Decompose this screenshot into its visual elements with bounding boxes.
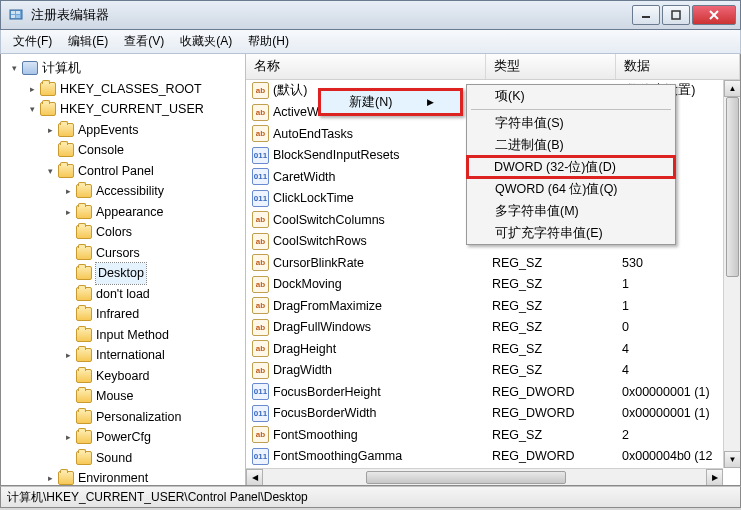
tree-node[interactable]: ▸PowerCfg bbox=[7, 427, 245, 448]
expand-icon[interactable]: ▸ bbox=[63, 206, 74, 217]
cell-type: REG_DWORD bbox=[486, 385, 616, 399]
cell-type: REG_SZ bbox=[486, 320, 616, 334]
value-name: FontSmoothingGamma bbox=[273, 449, 402, 463]
scroll-left-arrow-icon[interactable]: ◀ bbox=[246, 469, 263, 485]
cell-data: 530 bbox=[616, 256, 740, 270]
tree-node[interactable]: Sound bbox=[7, 448, 245, 469]
tree-node[interactable]: ▾HKEY_CURRENT_USER bbox=[7, 99, 245, 120]
cell-type: REG_SZ bbox=[486, 256, 616, 270]
cell-data: 2 bbox=[616, 428, 740, 442]
tree-node[interactable]: Mouse bbox=[7, 386, 245, 407]
column-header-type[interactable]: 类型 bbox=[486, 54, 616, 79]
string-value-icon: ab bbox=[252, 362, 269, 379]
tree-node[interactable]: ▸Environment bbox=[7, 468, 245, 485]
scroll-thumb[interactable] bbox=[366, 471, 566, 484]
tree-node[interactable]: Colors bbox=[7, 222, 245, 243]
list-row[interactable]: abDragWidthREG_SZ4 bbox=[246, 360, 740, 382]
app-icon bbox=[7, 6, 25, 24]
value-name: FocusBorderWidth bbox=[273, 406, 377, 420]
expand-icon[interactable]: ▸ bbox=[63, 432, 74, 443]
context-item-expandstring[interactable]: 可扩充字符串值(E) bbox=[467, 222, 675, 244]
expand-icon[interactable]: ▸ bbox=[63, 186, 74, 197]
tree-node[interactable]: Input Method bbox=[7, 325, 245, 346]
string-value-icon: ab bbox=[252, 319, 269, 336]
list-row[interactable]: abDragFromMaximizeREG_SZ1 bbox=[246, 295, 740, 317]
cell-name: abDragFromMaximize bbox=[246, 297, 486, 314]
tree-node[interactable]: ▸Appearance bbox=[7, 202, 245, 223]
context-item-label: 可扩充字符串值(E) bbox=[495, 225, 603, 242]
expand-icon[interactable]: ▸ bbox=[63, 350, 74, 361]
list-row[interactable]: abFontSmoothingREG_SZ2 bbox=[246, 424, 740, 446]
scroll-up-arrow-icon[interactable]: ▲ bbox=[724, 80, 740, 97]
context-item-multistring[interactable]: 多字符串值(M) bbox=[467, 200, 675, 222]
context-item-qword[interactable]: QWORD (64 位)值(Q) bbox=[467, 178, 675, 200]
string-value-icon: ab bbox=[252, 233, 269, 250]
expand-icon[interactable]: ▸ bbox=[27, 83, 38, 94]
tree-node[interactable]: ▸Accessibility bbox=[7, 181, 245, 202]
collapse-icon[interactable]: ▾ bbox=[9, 63, 20, 74]
tree-node-label: don't load bbox=[96, 284, 150, 305]
context-item-key[interactable]: 项(K) bbox=[467, 85, 675, 107]
value-name: CursorBlinkRate bbox=[273, 256, 364, 270]
tree-node[interactable]: Keyboard bbox=[7, 366, 245, 387]
tree-node[interactable]: Personalization bbox=[7, 407, 245, 428]
computer-icon bbox=[22, 61, 38, 75]
tree-node[interactable]: ▸HKEY_CLASSES_ROOT bbox=[7, 79, 245, 100]
svg-rect-6 bbox=[672, 11, 680, 19]
list-row[interactable]: abDragHeightREG_SZ4 bbox=[246, 338, 740, 360]
minimize-button[interactable] bbox=[632, 5, 660, 25]
value-name: DragHeight bbox=[273, 342, 336, 356]
folder-icon bbox=[58, 471, 74, 485]
tree-node[interactable]: Desktop bbox=[7, 263, 245, 284]
tree-node[interactable]: ▾Control Panel bbox=[7, 161, 245, 182]
column-header-data[interactable]: 数据 bbox=[616, 54, 740, 79]
context-item-string[interactable]: 字符串值(S) bbox=[467, 112, 675, 134]
menu-help[interactable]: 帮助(H) bbox=[240, 31, 297, 52]
menu-edit[interactable]: 编辑(E) bbox=[60, 31, 116, 52]
collapse-icon[interactable]: ▾ bbox=[27, 104, 38, 115]
scroll-thumb[interactable] bbox=[726, 97, 739, 277]
svg-rect-4 bbox=[16, 15, 20, 18]
cell-name: abDragWidth bbox=[246, 362, 486, 379]
list-row[interactable]: abCursorBlinkRateREG_SZ530 bbox=[246, 252, 740, 274]
cell-name: 011CaretWidth bbox=[246, 168, 486, 185]
context-item-dword[interactable]: DWORD (32-位)值(D) bbox=[466, 155, 676, 179]
maximize-button[interactable] bbox=[662, 5, 690, 25]
tree-node[interactable]: don't load bbox=[7, 284, 245, 305]
svg-rect-3 bbox=[11, 15, 15, 18]
tree-node[interactable]: Cursors bbox=[7, 243, 245, 264]
menu-favorites[interactable]: 收藏夹(A) bbox=[172, 31, 240, 52]
close-button[interactable] bbox=[692, 5, 736, 25]
tree-node[interactable]: ▾计算机 bbox=[7, 58, 245, 79]
tree-node-label: Infrared bbox=[96, 304, 139, 325]
list-row[interactable]: abDockMovingREG_SZ1 bbox=[246, 274, 740, 296]
folder-icon bbox=[40, 102, 56, 116]
scroll-right-arrow-icon[interactable]: ▶ bbox=[706, 469, 723, 485]
expand-icon[interactable]: ▸ bbox=[45, 473, 56, 484]
value-name: DragFullWindows bbox=[273, 320, 371, 334]
list-row[interactable]: 011FontSmoothingGammaREG_DWORD0x000004b0… bbox=[246, 446, 740, 468]
tree-node[interactable]: ▸International bbox=[7, 345, 245, 366]
tree-node[interactable]: Infrared bbox=[7, 304, 245, 325]
menu-file[interactable]: 文件(F) bbox=[5, 31, 60, 52]
menu-view[interactable]: 查看(V) bbox=[116, 31, 172, 52]
scroll-down-arrow-icon[interactable]: ▼ bbox=[724, 451, 740, 468]
tree-node[interactable]: ▸AppEvents bbox=[7, 120, 245, 141]
context-item-new[interactable]: 新建(N) ▶ bbox=[321, 91, 460, 113]
list-row[interactable]: 011FocusBorderWidthREG_DWORD0x00000001 (… bbox=[246, 403, 740, 425]
context-item-binary[interactable]: 二进制值(B) bbox=[467, 134, 675, 156]
value-name: DragFromMaximize bbox=[273, 299, 382, 313]
folder-icon bbox=[76, 287, 92, 301]
column-header-name[interactable]: 名称 bbox=[246, 54, 486, 79]
registry-tree[interactable]: ▾计算机▸HKEY_CLASSES_ROOT▾HKEY_CURRENT_USER… bbox=[1, 54, 245, 485]
expand-icon[interactable]: ▸ bbox=[45, 124, 56, 135]
list-row[interactable]: 011FocusBorderHeightREG_DWORD0x00000001 … bbox=[246, 381, 740, 403]
collapse-icon[interactable]: ▾ bbox=[45, 165, 56, 176]
horizontal-scrollbar[interactable]: ◀ ▶ bbox=[246, 468, 723, 485]
tree-node-label: Control Panel bbox=[78, 161, 154, 182]
list-row[interactable]: abDragFullWindowsREG_SZ0 bbox=[246, 317, 740, 339]
tree-node-label: HKEY_CURRENT_USER bbox=[60, 99, 204, 120]
tree-node[interactable]: Console bbox=[7, 140, 245, 161]
vertical-scrollbar[interactable]: ▲ ▼ bbox=[723, 80, 740, 468]
binary-value-icon: 011 bbox=[252, 147, 269, 164]
